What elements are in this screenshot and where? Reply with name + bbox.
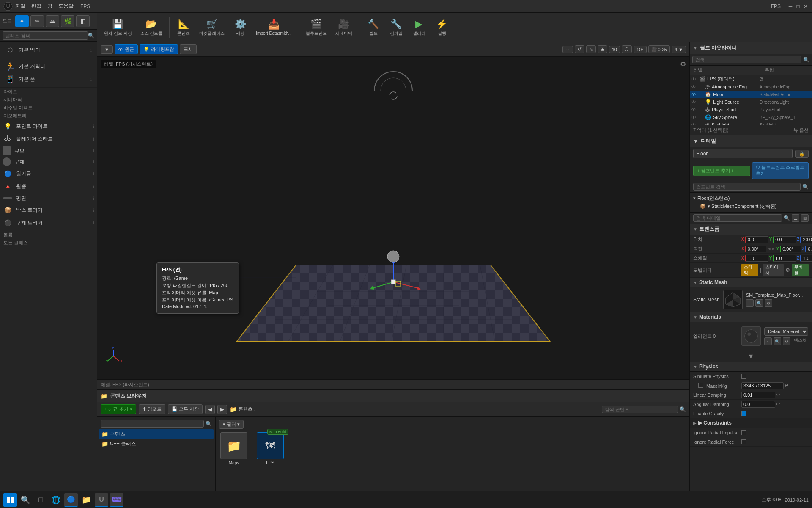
outliner-view-options[interactable]: 뷰 옵션 [793,127,809,133]
outliner-fps-editor-item[interactable]: 👁 🎬 FPS (에디터) 맵 [690,75,812,83]
add-new-button[interactable]: + 신규 추가 ▾ [101,404,136,414]
angular-damping-input[interactable] [741,401,775,408]
rotation-z-input[interactable] [805,246,812,252]
outliner-search-input[interactable] [692,56,801,64]
menu-help[interactable]: 도움말 [58,3,74,10]
point-light-item[interactable]: 💡 포인트 라이트 ℹ [0,120,97,133]
cube-item[interactable]: 큐브 ℹ [0,145,97,156]
rotate-control[interactable]: ↺ [575,45,584,53]
search-taskbar-button[interactable]: 🔍 [19,493,32,507]
static-mesh-section-header[interactable]: ▼ Static Mesh [690,278,812,287]
eye-icon-light[interactable]: 👁 [691,99,698,105]
rotation-x-input[interactable] [745,246,766,252]
mesh-browse-button[interactable]: ← [746,299,754,307]
scale-z-input[interactable] [800,255,812,262]
rotation-y-input[interactable] [780,246,801,252]
viewport[interactable]: 레벨: FPS (파시스턴트) Z X Y [97,57,689,379]
actor-name-input[interactable] [693,149,793,158]
start-button[interactable] [3,493,17,507]
transform-control[interactable]: ↔ [562,46,573,53]
angular-damping-reset[interactable]: ↩ [776,401,780,407]
physics-section-header[interactable]: ▼ Physics [690,362,812,372]
paint-mode-button[interactable]: ✏ [30,15,44,27]
dropdown-button[interactable]: ▼ [101,45,113,54]
sphere-trigger-item[interactable]: ⚫ 구체 트리거 ℹ [0,216,97,229]
eye-icon-floor[interactable]: 👁 [691,92,698,97]
static-mobility-button[interactable]: 스타틱 [741,264,758,276]
celery-button[interactable]: ▶ 셀러리 [409,17,430,38]
stationary-mobility-button[interactable]: 스타이셔 [763,264,784,276]
basic-pawn-item[interactable]: 📱 기본 폰 ℹ [3,73,94,86]
mass-reset-button[interactable]: ↩ [785,383,788,388]
source-control-button[interactable]: 📂 소스 컨트롤 [137,17,166,38]
grid-toggle[interactable]: ⊞ [598,45,607,53]
angle-value-control[interactable]: 10° [634,46,647,53]
chrome-button[interactable]: 🔵 [64,493,78,507]
unreal-button[interactable]: U [95,493,108,507]
viewport-settings-button[interactable]: ⚙ [680,60,686,68]
transform-section-header[interactable]: ▼ 트랜스폼 [690,224,812,235]
blueprint-script-button[interactable]: ⬡ 블루프린트/스크립트 추가 [752,162,809,179]
cylinder-item[interactable]: 🔵 원기둥 ℹ [0,167,97,180]
component-search-input[interactable] [693,183,801,190]
player-start-item[interactable]: 🕹 플레이어 스타트 ℹ [0,133,97,145]
forward-button[interactable]: ▶ [217,405,227,414]
static-mesh-component-item[interactable]: 📦 ▾ StaticMeshComponent (상속됨) [693,202,809,210]
import-datasmith-button[interactable]: 📥 Import Datasmith... [252,17,295,37]
box-trigger-item[interactable]: 📦 박스 트리거 ℹ [0,204,97,216]
content-search-input[interactable] [602,406,678,413]
menu-edit[interactable]: 편집 [31,3,41,10]
foliage-mode-button[interactable]: 🌿 [61,15,74,27]
edge-button[interactable]: 🌐 [49,493,63,507]
outliner-skylight-item[interactable]: 👁 ☀ SkyLight SkyLight [690,121,812,125]
linear-damping-reset[interactable]: ↩ [776,392,780,398]
scale-x-input[interactable] [745,255,768,262]
close-button[interactable]: ✕ [803,3,809,9]
view-toggle-button[interactable]: ☰ [792,214,799,222]
mat-clear-button[interactable]: ↺ [783,337,790,345]
place-mode-button[interactable]: ✦ [15,15,29,27]
mesh-find-button[interactable]: 🔍 [755,299,763,307]
collapse-button[interactable]: ⊞ [801,214,809,222]
fps-map-item[interactable]: 🗺 FPS Map Build [255,432,285,465]
lock-button[interactable]: 🔒 [795,150,809,158]
outliner-atm-fog-item[interactable]: 👁 🌫 Atmospheric Fog AtmosphericFog [690,83,812,91]
location-y-input[interactable] [773,236,796,243]
scale-control[interactable]: ⤡ [586,45,596,53]
task-view-button[interactable]: ⊞ [34,493,47,507]
location-z-input[interactable] [800,236,812,243]
cam-speed-control[interactable]: 🎥 0.25 [648,45,670,53]
angle-control[interactable]: ⬡ [622,45,632,53]
lighting-button[interactable]: 💡 라이팅포함 [140,44,178,54]
grid-size-control[interactable]: 10 [609,46,620,53]
folder-search-input[interactable] [101,420,204,428]
mass-checkbox[interactable] [698,383,703,388]
cpp-classes-folder-item[interactable]: 📁 C++ 클래스 [99,439,214,449]
constraints-section-header[interactable]: ▶ ▶ Constraints [690,418,812,428]
detail-search-input[interactable] [693,214,782,222]
show-button[interactable]: 표시 [180,44,197,54]
mat-find-button[interactable]: 🔍 [774,337,781,345]
perspective-button[interactable]: 👁 원근 [115,44,138,54]
compile-button[interactable]: 🔧 컴파일 [386,17,407,38]
location-x-input[interactable] [745,236,768,243]
basic-character-item[interactable]: 🏃 기본 캐릭터 ℹ [3,60,94,73]
landscape-mode-button[interactable]: ⛰ [46,15,59,27]
plane-item[interactable]: 평면 ℹ [0,193,97,204]
maps-folder-item[interactable]: 📁 Maps [219,432,249,465]
launch-button[interactable]: ⚡ 실행 [431,17,453,38]
back-button[interactable]: ◀ [205,405,215,414]
expand-down-icon[interactable]: ▼ [748,353,754,360]
linear-damping-input[interactable] [741,392,775,398]
outliner-light-item[interactable]: 👁 💡 Light Source DirectionalLight [690,98,812,106]
eye-icon-fog[interactable]: 👁 [691,84,698,89]
filter-button[interactable]: ▾ 필터 ▾ [219,420,244,429]
eye-icon[interactable]: 👁 [691,77,698,82]
content-button[interactable]: 📐 콘텐츠 [173,17,194,38]
menu-file[interactable]: 파일 [15,3,25,10]
marketplace-button[interactable]: 🛒 마켓플레이스 [196,17,228,38]
outliner-floor-item[interactable]: 👁 🏠 Floor StaticMeshActor [690,91,812,98]
explorer-button[interactable]: 📁 [80,493,93,507]
outliner-sky-sphere-item[interactable]: 👁 🌐 Sky Sphere BP_Sky_Sphere_1 [690,113,812,121]
build-button[interactable]: 🔨 빌드 [363,17,384,38]
